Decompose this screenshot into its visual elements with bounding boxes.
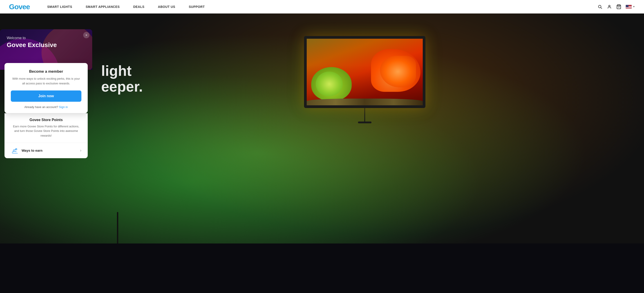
- main-nav: SMART LIGHTS SMART APPLIANCES DEALS ABOU…: [47, 5, 597, 9]
- tv-screen-container: [304, 36, 426, 108]
- store-points-description: Earn more Govee Store Points for differe…: [11, 124, 82, 138]
- popup-welcome-text: Welcome to: [7, 36, 86, 40]
- popup-member-description: With more ways to unlock exciting perks,…: [11, 77, 82, 86]
- hero-bottom-section: [0, 243, 644, 293]
- header: Govee SMART LIGHTS SMART APPLIANCES DEAL…: [0, 0, 644, 14]
- svg-point-5: [16, 149, 17, 150]
- nav-smart-lights[interactable]: SMART LIGHTS: [47, 5, 72, 9]
- chevron-right-icon: ›: [80, 148, 82, 153]
- nav-about-us[interactable]: ABOUT US: [158, 5, 175, 9]
- signin-link[interactable]: Sign in: [59, 105, 68, 109]
- popup-body: Become a member With more ways to unlock…: [4, 63, 88, 113]
- chevron-down-icon: ▼: [633, 6, 635, 8]
- join-now-button[interactable]: Join now: [11, 91, 82, 102]
- nav-deals[interactable]: DEALS: [133, 5, 144, 9]
- hero-section: light eeper. Light On Lig: [0, 14, 644, 293]
- tv-display: [300, 36, 430, 123]
- language-selector[interactable]: ▼: [626, 5, 635, 9]
- hero-text-line2: eeper.: [101, 79, 143, 95]
- hero-text-line1: light: [101, 63, 143, 79]
- cart-icon[interactable]: [616, 4, 622, 10]
- store-points-title: Govee Store Points: [11, 118, 82, 122]
- tv-stand: [364, 108, 365, 122]
- search-icon[interactable]: [597, 4, 603, 10]
- tv-base: [358, 122, 372, 123]
- popup-exclusive-title: Govee Exclusive: [7, 41, 86, 49]
- nav-support[interactable]: SUPPORT: [189, 5, 204, 9]
- ways-to-earn-left: Ways to earn: [11, 147, 42, 155]
- ways-to-earn-row[interactable]: Ways to earn ›: [4, 143, 88, 158]
- tv-screen-image: [307, 39, 423, 105]
- svg-line-2: [601, 8, 602, 9]
- popup-close-button[interactable]: ×: [83, 32, 90, 38]
- svg-text:Govee: Govee: [9, 3, 30, 11]
- ways-to-earn-label: Ways to earn: [22, 149, 42, 152]
- membership-popup: × Welcome to Govee Exclusive Become a me…: [0, 29, 92, 158]
- svg-point-3: [609, 5, 610, 7]
- popup-member-title: Become a member: [11, 69, 82, 74]
- header-icons: ▼: [597, 4, 635, 10]
- logo[interactable]: Govee: [9, 3, 34, 11]
- ways-to-earn-icon: [11, 147, 19, 155]
- popup-signin-prompt: Already have an account? Sign in: [11, 105, 82, 109]
- hero-text: light eeper.: [101, 63, 143, 95]
- account-icon[interactable]: [607, 4, 612, 10]
- flag-icon: [626, 5, 632, 9]
- signin-prompt-text: Already have an account?: [24, 105, 58, 109]
- nav-smart-appliances[interactable]: SMART APPLIANCES: [86, 5, 120, 9]
- popup-store-section: Govee Store Points Earn more Govee Store…: [4, 113, 88, 143]
